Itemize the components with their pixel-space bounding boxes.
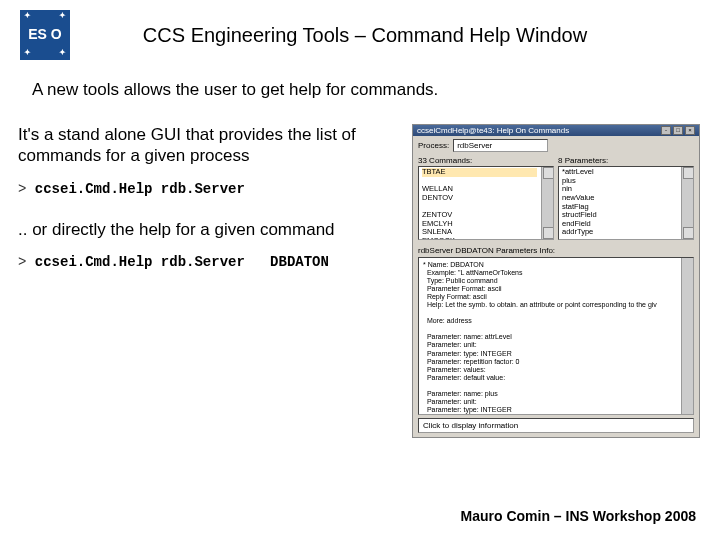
process-input[interactable]: rdbServer [453, 139, 548, 152]
info-line: Reply Format: ascii [423, 293, 677, 301]
info-line: Parameter: repetition factor: 0 [423, 358, 677, 366]
paragraph-2: .. or directly the help for a given comm… [18, 219, 402, 240]
paragraph-1: It's a stand alone GUI that provides the… [18, 124, 402, 167]
info-line: * Name: DBDATON [423, 261, 677, 269]
app-screenshot: ccseiCmdHelp@te43: Help On Commands - □ … [412, 124, 700, 438]
info-line: Parameter: unit: [423, 398, 677, 406]
info-line: Parameter: default value: [423, 374, 677, 382]
status-bar: Click to display information [418, 418, 694, 433]
command-text: ccsei.Cmd.Help rdb.Server [35, 181, 245, 197]
info-line: Parameter: type: INTEGER [423, 406, 677, 414]
prompt: > [18, 254, 26, 270]
logo-text: ES O [28, 27, 61, 42]
list-item[interactable]: addrType [562, 228, 677, 237]
intro-text: A new tools allows the user to get help … [32, 80, 700, 100]
scrollbar[interactable] [681, 258, 693, 414]
maximize-icon[interactable]: □ [673, 126, 683, 135]
list-item[interactable]: DENTOV [422, 194, 537, 203]
window-title: ccseiCmdHelp@te43: Help On Commands [417, 126, 569, 135]
minimize-icon[interactable]: - [661, 126, 671, 135]
info-line: Parameter: name: plus [423, 390, 677, 398]
process-label: Process: [418, 141, 449, 150]
params-listbox[interactable]: *attrLevelplusninnewValuestatFlagstructF… [558, 166, 694, 240]
command-example-2: > ccsei.Cmd.Help rdb.Server DBDATON [18, 254, 402, 270]
info-line: Example: "L attNameOrTokens [423, 269, 677, 277]
info-line [423, 309, 677, 317]
info-line: More: address [423, 317, 677, 325]
list-item[interactable]: TBTAE [422, 168, 537, 177]
info-line: Parameter: repetition factor: 0 [423, 414, 677, 415]
command-example-1: > ccsei.Cmd.Help rdb.Server [18, 181, 402, 197]
list-item[interactable]: plus [562, 177, 677, 186]
command-arg: DBDATON [270, 254, 329, 270]
info-line: Parameter: unit: [423, 341, 677, 349]
info-line: Parameter Format: ascii [423, 285, 677, 293]
commands-header: 33 Commands: [418, 155, 554, 166]
footer-credit: Mauro Comin – INS Workshop 2008 [461, 508, 696, 524]
info-header: rdbServer DBDATON Parameters Info: [413, 244, 699, 255]
window-titlebar: ccseiCmdHelp@te43: Help On Commands - □ … [413, 125, 699, 136]
eso-logo: ES O ✦ ✦ ✦ ✦ [20, 10, 70, 60]
info-line: Parameter: type: INTEGER [423, 350, 677, 358]
list-item[interactable]: *attrLevel [562, 168, 677, 177]
info-line: Parameter: name: attrLevel [423, 333, 677, 341]
info-line: Help: Let the symb. to obtain. an attrib… [423, 301, 677, 309]
list-item[interactable]: EMCOCK [422, 237, 537, 240]
slide-title: CCS Engineering Tools – Command Help Win… [70, 24, 700, 47]
close-icon[interactable]: × [685, 126, 695, 135]
info-line [423, 382, 677, 390]
scrollbar[interactable] [541, 167, 553, 239]
params-header: 8 Parameters: [558, 155, 694, 166]
info-line: Type: Public command [423, 277, 677, 285]
info-textbox[interactable]: * Name: DBDATON Example: "L attNameOrTok… [418, 257, 694, 415]
command-text: ccsei.Cmd.Help rdb.Server [35, 254, 245, 270]
info-line: Parameter: values: [423, 366, 677, 374]
prompt: > [18, 181, 26, 197]
scrollbar[interactable] [681, 167, 693, 239]
commands-listbox[interactable]: TBTAE WELLANDENTOV ZENTOVEMCLYHSNLENAEMC… [418, 166, 554, 240]
info-line [423, 325, 677, 333]
